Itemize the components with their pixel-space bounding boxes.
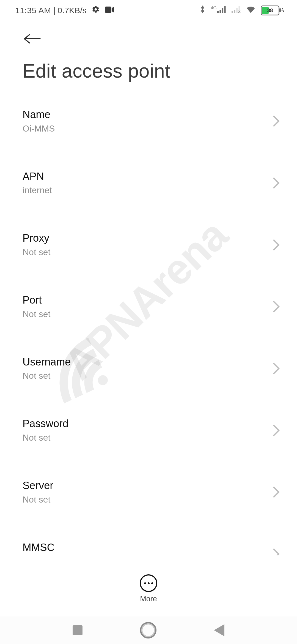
- footer-divider: [8, 608, 289, 608]
- more-label: More: [140, 595, 157, 603]
- setting-port[interactable]: Port Not set: [23, 276, 283, 338]
- setting-mmsc[interactable]: MMSC http://10.16.18.4:38090/was: [23, 523, 283, 555]
- setting-password[interactable]: Password Not set: [23, 399, 283, 461]
- chevron-right-icon: [272, 362, 280, 375]
- svg-rect-6: [234, 10, 235, 13]
- setting-label: Proxy: [23, 232, 50, 244]
- svg-rect-1: [217, 11, 219, 13]
- svg-text:✕: ✕: [238, 9, 241, 13]
- setting-username[interactable]: Username Not set: [23, 338, 283, 400]
- setting-label: MMSC: [23, 542, 131, 554]
- chevron-right-icon: [272, 177, 280, 189]
- setting-name[interactable]: Name Oi-MMS: [23, 90, 283, 152]
- setting-label: Server: [23, 480, 53, 492]
- back-button[interactable]: [23, 34, 41, 44]
- setting-label: Password: [23, 418, 68, 430]
- setting-value: Not set: [23, 309, 50, 319]
- svg-rect-3: [222, 8, 223, 13]
- page-title: Edit access point: [0, 45, 297, 82]
- setting-apn[interactable]: APN internet: [23, 152, 283, 214]
- nav-back-button[interactable]: [214, 624, 224, 636]
- bluetooth-icon: [199, 5, 206, 16]
- setting-value: Not set: [23, 371, 71, 381]
- setting-label: Name: [23, 109, 55, 121]
- setting-label: Username: [23, 356, 71, 368]
- network-type-label: 4G: [211, 6, 216, 10]
- battery-indicator: 38 𐓏: [261, 6, 285, 15]
- settings-icon: [92, 5, 100, 15]
- svg-rect-2: [220, 10, 221, 13]
- chevron-right-icon: [272, 115, 280, 127]
- setting-proxy[interactable]: Proxy Not set: [23, 214, 283, 276]
- navigation-bar: [0, 616, 297, 644]
- wifi-icon: [246, 5, 256, 15]
- more-icon: [140, 574, 157, 592]
- status-data-rate: 0.7KB/s: [58, 6, 87, 15]
- svg-rect-0: [105, 6, 111, 13]
- setting-value: Not set: [23, 495, 53, 505]
- chevron-right-icon: [272, 239, 280, 251]
- nav-home-button[interactable]: [140, 622, 156, 638]
- camera-icon: [105, 6, 114, 15]
- signal-sim2-icon: ✕: [232, 6, 241, 15]
- settings-list: Name Oi-MMS APN internet Proxy Not set: [0, 82, 297, 555]
- setting-value: internet: [23, 185, 52, 195]
- nav-recents-button[interactable]: [73, 625, 82, 635]
- charging-icon: 𐓏: [281, 6, 285, 15]
- chevron-right-icon: [272, 486, 280, 498]
- setting-value: Not set: [23, 433, 68, 443]
- setting-value: Not set: [23, 247, 50, 257]
- chevron-right-icon: [272, 300, 280, 313]
- status-time: 11:35 AM: [15, 6, 51, 15]
- signal-sim1-icon: [217, 6, 227, 15]
- setting-label: Port: [23, 294, 50, 306]
- svg-rect-5: [232, 11, 233, 13]
- setting-server[interactable]: Server Not set: [23, 461, 283, 523]
- status-bar: 11:35 AM | 0.7KB/s 4G ✕: [0, 0, 297, 21]
- more-button[interactable]: More: [0, 574, 297, 603]
- chevron-right-icon: [272, 548, 280, 555]
- setting-label: APN: [23, 171, 52, 183]
- status-separator: |: [53, 6, 56, 15]
- battery-percent: 38: [267, 7, 273, 13]
- setting-value: Oi-MMS: [23, 124, 55, 134]
- svg-rect-4: [224, 6, 226, 13]
- chevron-right-icon: [272, 424, 280, 437]
